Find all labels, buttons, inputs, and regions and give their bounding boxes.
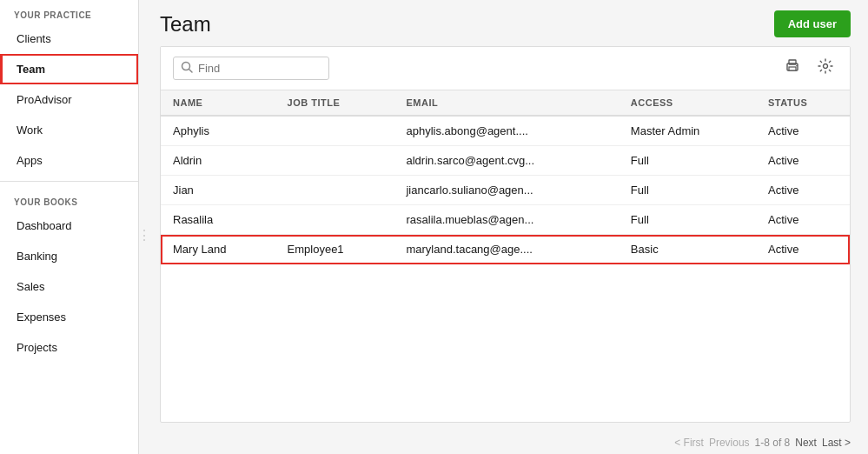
sidebar-item-proadvisor[interactable]: ProAdvisor — [0, 84, 138, 115]
sidebar-item-work[interactable]: Work — [0, 115, 138, 145]
page-title: Team — [160, 12, 211, 37]
table-scroll: NAME JOB TITLE EMAIL ACCESS STATUS Aphyl… — [161, 90, 850, 422]
toolbar-actions — [780, 56, 838, 81]
table-row[interactable]: Mary LandEmployee1maryland.tacang@age...… — [161, 235, 850, 264]
table-header-row: NAME JOB TITLE EMAIL ACCESS STATUS — [161, 90, 850, 116]
cell-name: Aldrin — [161, 146, 275, 176]
sidebar-item-clients[interactable]: Clients — [0, 23, 138, 54]
main-content: Team Add user — [142, 0, 868, 454]
table-row[interactable]: Jianjiancarlo.suliano@agen...FullActive — [161, 176, 850, 205]
cell-job_title — [275, 146, 394, 176]
sidebar: YOUR PRACTICE Clients Team ProAdvisor Wo… — [0, 0, 139, 454]
col-access: ACCESS — [619, 90, 756, 116]
svg-point-6 — [824, 64, 828, 69]
cell-name: Rasalila — [161, 205, 275, 235]
pagination: < First Previous 1-8 of 8 Next Last > — [142, 431, 868, 454]
cell-access: Basic — [619, 235, 756, 264]
sidebar-item-apps[interactable]: Apps — [0, 145, 138, 176]
table-body: Aphylisaphylis.abong@agent....Master Adm… — [161, 116, 850, 264]
col-name: NAME — [161, 90, 275, 116]
table-toolbar — [161, 47, 850, 90]
cell-name: Mary Land — [161, 235, 275, 264]
cell-name: Aphylis — [161, 116, 275, 146]
cell-job_title — [275, 205, 394, 235]
cell-status: Active — [756, 176, 850, 205]
sidebar-item-expenses[interactable]: Expenses — [0, 302, 138, 332]
cell-job_title — [275, 116, 394, 146]
cell-job_title: Employee1 — [275, 235, 394, 264]
sidebar-section-practice: YOUR PRACTICE — [0, 0, 138, 23]
cell-job_title — [275, 176, 394, 205]
cell-email: aphylis.abong@agent.... — [394, 116, 618, 146]
svg-rect-4 — [789, 67, 796, 70]
cell-name: Jian — [161, 176, 275, 205]
team-table: NAME JOB TITLE EMAIL ACCESS STATUS Aphyl… — [161, 90, 850, 264]
sidebar-item-team[interactable]: Team — [0, 54, 138, 84]
pagination-first[interactable]: < First — [674, 437, 704, 449]
cell-access: Full — [619, 176, 756, 205]
main-header: Team Add user — [142, 0, 868, 46]
table-row[interactable]: Rasalilarasalila.mueblas@agen...FullActi… — [161, 205, 850, 235]
cell-access: Master Admin — [619, 116, 756, 146]
search-input[interactable] — [198, 62, 311, 75]
sidebar-item-projects[interactable]: Projects — [0, 332, 138, 363]
pagination-range: 1-8 of 8 — [755, 437, 791, 449]
col-job-title: JOB TITLE — [275, 90, 394, 116]
team-table-container: NAME JOB TITLE EMAIL ACCESS STATUS Aphyl… — [160, 46, 851, 423]
sidebar-section-books: YOUR BOOKS — [0, 187, 138, 210]
table-row[interactable]: Aldrinaldrin.sarco@agent.cvg...FullActiv… — [161, 146, 850, 176]
cell-email: aldrin.sarco@agent.cvg... — [394, 146, 618, 176]
cell-status: Active — [756, 205, 850, 235]
cell-status: Active — [756, 116, 850, 146]
sidebar-item-dashboard[interactable]: Dashboard — [0, 210, 138, 241]
sidebar-item-banking[interactable]: Banking — [0, 241, 138, 271]
svg-point-5 — [796, 65, 798, 67]
settings-button[interactable] — [813, 56, 838, 81]
search-icon — [181, 61, 193, 76]
cell-access: Full — [619, 146, 756, 176]
search-box[interactable] — [173, 57, 329, 80]
sidebar-divider — [0, 181, 138, 182]
sidebar-item-sales[interactable]: Sales — [0, 271, 138, 302]
cell-status: Active — [756, 235, 850, 264]
cell-email: maryland.tacang@age.... — [394, 235, 618, 264]
cell-access: Full — [619, 205, 756, 235]
sidebar-resize-handle[interactable] — [139, 0, 142, 454]
col-status: STATUS — [756, 90, 850, 116]
pagination-previous[interactable]: Previous — [709, 437, 750, 449]
add-user-button[interactable]: Add user — [774, 10, 851, 37]
cell-status: Active — [756, 146, 850, 176]
table-row[interactable]: Aphylisaphylis.abong@agent....Master Adm… — [161, 116, 850, 146]
print-button[interactable] — [780, 56, 805, 81]
col-email: EMAIL — [394, 90, 618, 116]
pagination-last[interactable]: Last > — [822, 437, 851, 449]
cell-email: rasalila.mueblas@agen... — [394, 205, 618, 235]
pagination-next[interactable]: Next — [795, 437, 817, 449]
cell-email: jiancarlo.suliano@agen... — [394, 176, 618, 205]
svg-line-1 — [189, 70, 193, 73]
